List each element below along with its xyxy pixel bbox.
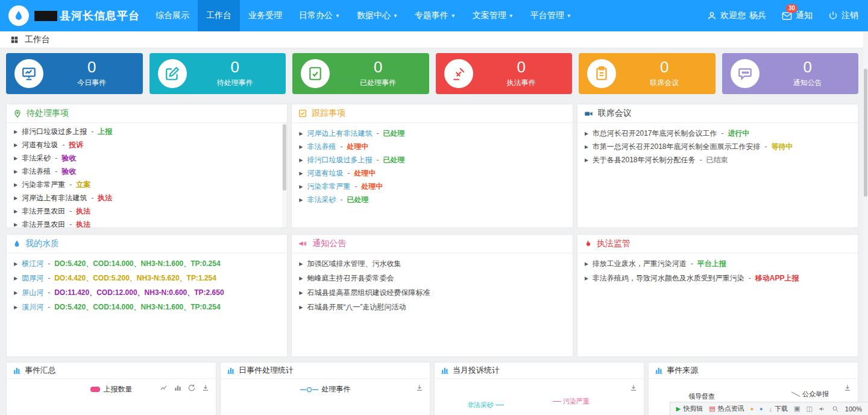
nav-item-workbench[interactable]: 工作台 bbox=[198, 0, 240, 31]
zoom-magnifier-icon[interactable] bbox=[832, 405, 839, 413]
list-item[interactable]: ▶市总河长召开2017年底河长制会议工作-进行中 bbox=[585, 127, 851, 140]
grid-icon[interactable] bbox=[10, 36, 19, 44]
chart-toolbar bbox=[843, 384, 852, 392]
bullet-arrow-icon: ▶ bbox=[585, 131, 588, 136]
list-item[interactable]: ▶固厚河-DO:4.420、COD:5.200、NH3-N:5.620、TP:1… bbox=[14, 271, 280, 285]
item-text: 非法采砂 bbox=[22, 153, 51, 163]
item-text: 市总河长召开2017年底河长制会议工作 bbox=[593, 128, 717, 139]
welcome-text: 欢迎您 bbox=[720, 10, 746, 21]
list-item[interactable]: ▶非法养殖-验收 bbox=[14, 165, 280, 178]
list-item[interactable]: ▶非法养殖-处理中 bbox=[299, 140, 565, 153]
browser-toolbar: ▶ 快剪辑 ▤ 热点资讯 ● ● ↓ 下载 ▣ ◫ 100% bbox=[670, 402, 868, 415]
list-item[interactable]: ▶污染非常严重-处理中 bbox=[299, 180, 565, 193]
panel-scrollbar[interactable] bbox=[282, 123, 287, 227]
scrollbar-thumb[interactable] bbox=[283, 124, 286, 191]
nav-item-data-center[interactable]: 数据中心▼ bbox=[348, 0, 406, 31]
list-item[interactable]: ▶加强区域排水管理、污水收集 bbox=[299, 256, 565, 271]
meetings-list: ▶市总河长召开2017年底河长制会议工作-进行中▶市第一总河长召开2018年底河… bbox=[577, 127, 858, 166]
nav-item-overview[interactable]: 综合展示 bbox=[147, 0, 198, 31]
stat-card-joint-meetings[interactable]: 0 联席会议 bbox=[579, 53, 715, 94]
list-item[interactable]: ▶非法开垦农田-执法 bbox=[14, 204, 280, 218]
power-icon bbox=[828, 11, 838, 21]
download-icon[interactable] bbox=[843, 384, 852, 392]
list-item[interactable]: ▶排放工业废水，严重污染河道-平台上报 bbox=[585, 256, 851, 271]
list-item[interactable]: ▶河道有垃圾-处理中 bbox=[299, 166, 565, 180]
item-status-tag: 已处理 bbox=[383, 128, 404, 139]
stat-card-pending-events[interactable]: 0 待处理事件 bbox=[149, 53, 286, 94]
list-item[interactable]: ▶关于各县2018年河长制分配任务-已结束 bbox=[585, 153, 851, 166]
item-status-tag: 执法 bbox=[76, 220, 90, 229]
chart-header: 事件汇总 bbox=[7, 363, 216, 379]
list-item[interactable]: ▶非法采砂-验收 bbox=[14, 151, 280, 165]
flame-shortcut-icon[interactable]: ● bbox=[750, 406, 753, 412]
logout-button[interactable]: 注销 bbox=[828, 10, 858, 21]
bullet-arrow-icon: ▶ bbox=[299, 276, 303, 281]
card-icon-circle bbox=[14, 59, 43, 88]
download-icon[interactable] bbox=[201, 384, 210, 392]
window-icon[interactable]: ▣ bbox=[794, 405, 800, 413]
stat-card-today-events[interactable]: 0 今日事件 bbox=[6, 53, 143, 94]
stat-card-processed-events[interactable]: 0 已处理事件 bbox=[292, 53, 429, 94]
refresh-icon[interactable] bbox=[187, 384, 196, 392]
bullet-arrow-icon: ▶ bbox=[14, 195, 17, 201]
item-text: 非法开垦农田 bbox=[22, 206, 65, 217]
item-status-tag: 进行中 bbox=[728, 128, 750, 139]
bullet-arrow-icon: ▶ bbox=[14, 305, 17, 310]
list-item[interactable]: ▶屏山河-DO:11.420、COD:12.000、NH3-N:0.600、TP… bbox=[14, 285, 280, 300]
chevron-down-icon: ▼ bbox=[451, 13, 456, 19]
nav-item-document-mgmt[interactable]: 文案管理▼ bbox=[464, 0, 522, 31]
list-item[interactable]: ▶横江河-DO:5.420、COD:14.000、NH3-N:1.600、TP:… bbox=[14, 256, 280, 271]
list-item[interactable]: ▶鲍峰庭主持召开县委常委会 bbox=[299, 271, 565, 285]
list-item[interactable]: ▶非法开垦农田-执法 bbox=[14, 218, 280, 228]
stat-card-notices[interactable]: 0 通知公告 bbox=[722, 53, 859, 94]
line-chart-toggle-icon[interactable] bbox=[160, 384, 168, 392]
bar-chart-toggle-icon[interactable] bbox=[174, 384, 182, 392]
bullet-arrow-icon: ▶ bbox=[14, 182, 17, 188]
pin-shortcut-icon[interactable]: ● bbox=[760, 406, 763, 412]
list-item[interactable]: ▶排污口垃圾过多上报-已处理 bbox=[299, 153, 565, 166]
nav-item-business[interactable]: 业务受理 bbox=[240, 0, 291, 31]
download-button[interactable]: ↓ 下载 bbox=[769, 404, 788, 413]
speaker-mute-icon[interactable] bbox=[819, 405, 826, 413]
list-item[interactable]: ▶非法养殖鸡，导致河水颜色及水质受到严重污染-移动APP上报 bbox=[585, 271, 851, 285]
scrollbar-thumb[interactable] bbox=[864, 69, 867, 197]
bar-chart-icon bbox=[13, 366, 21, 375]
list-item[interactable]: ▶溪川河-DO:5.420、COD:14.000、NH3-N:1.600、TP:… bbox=[14, 300, 280, 314]
nav-item-special-events[interactable]: 专题事件▼ bbox=[406, 0, 464, 31]
stat-value: 0 bbox=[616, 59, 713, 75]
list-item[interactable]: ▶石城县提高基层组织建设经费保障标准 bbox=[299, 285, 565, 300]
list-item[interactable]: ▶污染非常严重-立案 bbox=[14, 178, 280, 191]
nav-item-daily-office[interactable]: 日常办公▼ bbox=[291, 0, 348, 31]
bullet-arrow-icon: ▶ bbox=[299, 184, 303, 189]
item-status-tag: 已结束 bbox=[706, 155, 728, 165]
stat-value: 0 bbox=[187, 59, 284, 75]
list-item[interactable]: ▶河道有垃圾-投诉 bbox=[14, 138, 280, 151]
list-item[interactable]: ▶市第一总河长召开2018年底河长制全面展示工作安排-等待中 bbox=[585, 140, 851, 153]
panel-header: 我的水质 bbox=[7, 235, 287, 253]
chart-legend[interactable]: 处理事件 bbox=[300, 384, 351, 394]
quick-clip-button[interactable]: ▶ 快剪辑 bbox=[676, 404, 703, 413]
download-icon[interactable] bbox=[629, 384, 638, 392]
stat-card-enforcement-events[interactable]: 0 执法事件 bbox=[436, 53, 573, 94]
tracking-items-list: ▶河岸边上有非法建筑-已处理▶非法养殖-处理中▶排污口垃圾过多上报-已处理▶河道… bbox=[292, 127, 572, 206]
nav-label: 业务受理 bbox=[248, 10, 282, 21]
list-item[interactable]: ▶河岸边上有非法建筑-执法 bbox=[14, 191, 280, 204]
split-window-icon[interactable]: ◫ bbox=[806, 405, 812, 413]
list-item[interactable]: ▶石城县开展“八一”走访慰问活动 bbox=[299, 300, 565, 314]
list-item[interactable]: ▶河岸边上有非法建筑-已处理 bbox=[299, 127, 565, 140]
item-status-tag: DO:11.420、COD:12.000、NH3-N:0.600、TP:2.65… bbox=[54, 288, 224, 298]
item-separator: - bbox=[347, 169, 350, 177]
legend-swatch bbox=[90, 387, 100, 392]
list-item[interactable]: ▶排污口垃圾过多上报-上报 bbox=[14, 125, 280, 138]
notifications-button[interactable]: 30 通知 bbox=[782, 10, 813, 21]
chart-legend[interactable]: 上报数量 bbox=[90, 384, 133, 394]
nav-label: 工作台 bbox=[206, 10, 231, 21]
page-scrollbar[interactable] bbox=[863, 31, 868, 415]
user-menu[interactable]: 欢迎您 杨兵 bbox=[707, 10, 766, 21]
hot-news-button[interactable]: ▤ 热点资讯 bbox=[709, 404, 744, 413]
zoom-level[interactable]: 100% bbox=[845, 405, 862, 413]
list-item[interactable]: ▶非法采砂-已处理 bbox=[299, 193, 565, 206]
bullet-arrow-icon: ▶ bbox=[14, 261, 17, 267]
download-icon[interactable] bbox=[415, 384, 424, 392]
nav-item-platform-mgmt[interactable]: 平台管理▼ bbox=[522, 0, 580, 31]
